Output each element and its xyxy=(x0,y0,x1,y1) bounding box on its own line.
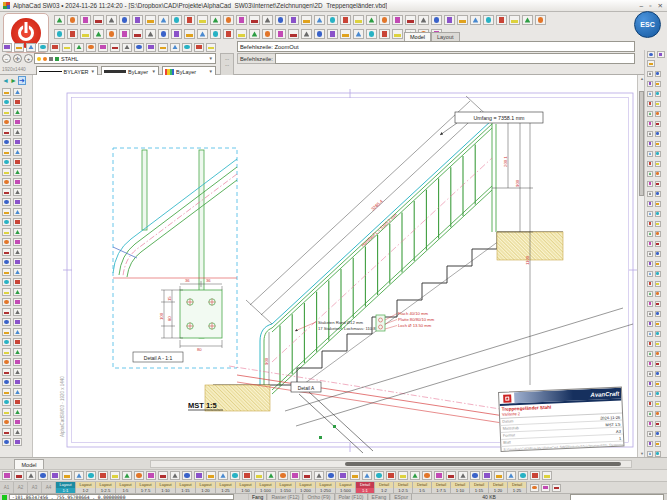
layout-scale-button[interactable]: Layout1:7.5 xyxy=(136,482,156,493)
layout-scale-button[interactable]: Layout1:5 xyxy=(116,482,136,493)
tool-icon[interactable] xyxy=(106,15,117,25)
tool-icon[interactable] xyxy=(494,471,504,480)
tool-icon[interactable] xyxy=(541,484,550,492)
tool-icon[interactable] xyxy=(158,29,169,39)
status-toggle-raster[interactable]: Raster (F12) xyxy=(267,494,303,500)
command-history[interactable]: Befehlszeile: ZoomOut xyxy=(237,41,635,52)
tool-icon[interactable] xyxy=(446,471,456,480)
tool-icon[interactable] xyxy=(405,15,416,25)
tool-icon[interactable] xyxy=(98,43,108,52)
detail-scale-button[interactable]: Detail1:2.5 xyxy=(394,482,413,493)
tool-icon[interactable] xyxy=(266,471,276,480)
tool-icon[interactable] xyxy=(288,15,299,25)
tool-icon[interactable] xyxy=(542,471,552,480)
tool-icon[interactable] xyxy=(647,211,653,217)
detail-scale-button[interactable]: Detail1:5 xyxy=(413,482,432,493)
tool-icon[interactable] xyxy=(218,471,228,480)
tool-icon[interactable] xyxy=(132,29,143,39)
tool-icon[interactable] xyxy=(110,43,120,52)
tool-icon[interactable] xyxy=(13,238,22,246)
tool-icon[interactable] xyxy=(655,101,661,107)
tool-icon[interactable] xyxy=(13,388,22,396)
tool-icon[interactable] xyxy=(13,148,22,156)
tool-icon[interactable] xyxy=(657,51,665,58)
tool-icon[interactable] xyxy=(655,291,661,297)
tool-icon[interactable] xyxy=(119,15,130,25)
tool-icon[interactable] xyxy=(340,29,351,39)
tool-icon[interactable] xyxy=(262,29,273,39)
tool-icon[interactable] xyxy=(647,391,653,397)
tool-icon[interactable] xyxy=(13,248,22,256)
tool-icon[interactable] xyxy=(647,381,653,387)
tool-icon[interactable] xyxy=(314,29,325,39)
tool-icon[interactable] xyxy=(366,15,377,25)
detail-scale-button[interactable]: Detail1:10 xyxy=(451,482,470,493)
tool-icon[interactable] xyxy=(444,15,455,25)
layer-combo[interactable]: STAHL ▼ xyxy=(34,53,216,64)
tool-icon[interactable] xyxy=(182,43,192,52)
tool-icon[interactable] xyxy=(14,43,24,52)
layout-scale-button[interactable]: Layout1:250 xyxy=(316,482,336,493)
tool-icon[interactable] xyxy=(647,301,653,307)
tool-icon[interactable] xyxy=(2,108,11,116)
tool-icon[interactable] xyxy=(483,15,494,25)
tool-icon[interactable] xyxy=(145,15,156,25)
layout-scale-button[interactable]: Layout1:20 xyxy=(196,482,216,493)
tool-icon[interactable] xyxy=(62,471,72,480)
tool-icon[interactable] xyxy=(655,241,661,247)
tool-icon[interactable] xyxy=(134,471,144,480)
tool-icon[interactable] xyxy=(230,471,240,480)
tool-icon[interactable] xyxy=(647,291,653,297)
tool-icon[interactable] xyxy=(647,451,653,457)
tool-icon[interactable] xyxy=(249,15,260,25)
tool-icon[interactable] xyxy=(338,471,348,480)
tool-icon[interactable] xyxy=(2,298,11,306)
tool-icon[interactable] xyxy=(655,411,661,417)
tool-icon[interactable] xyxy=(655,81,661,87)
tool-icon[interactable] xyxy=(170,471,180,480)
esc-button[interactable]: ESC xyxy=(634,11,661,38)
tool-icon[interactable] xyxy=(655,151,661,157)
tool-icon[interactable] xyxy=(278,471,288,480)
layout-scale-button[interactable]: Layout1:100 xyxy=(256,482,276,493)
tool-icon[interactable] xyxy=(301,29,312,39)
tool-icon[interactable] xyxy=(552,484,561,492)
tool-icon[interactable] xyxy=(518,471,528,480)
tool-icon[interactable] xyxy=(655,111,661,117)
tool-icon[interactable] xyxy=(327,29,338,39)
tool-icon[interactable] xyxy=(2,418,11,426)
tool-icon[interactable] xyxy=(2,228,11,236)
tool-icon[interactable] xyxy=(530,484,539,492)
layout-scale-button[interactable]: Layout1:50 xyxy=(236,482,256,493)
tool-icon[interactable] xyxy=(110,471,120,480)
tool-icon[interactable] xyxy=(647,131,653,137)
tool-icon[interactable] xyxy=(2,258,11,266)
tool-icon[interactable] xyxy=(457,15,468,25)
tool-icon[interactable] xyxy=(119,29,130,39)
tool-icon[interactable] xyxy=(13,208,22,216)
tool-icon[interactable] xyxy=(647,371,653,377)
tool-icon[interactable] xyxy=(67,29,78,39)
layout-scale-button[interactable]: Layout1:10 xyxy=(156,482,176,493)
tool-icon[interactable] xyxy=(13,268,22,276)
tool-icon[interactable] xyxy=(2,208,11,216)
tool-icon[interactable] xyxy=(13,178,22,186)
tool-icon[interactable] xyxy=(496,15,507,25)
tool-icon[interactable] xyxy=(62,43,72,52)
tool-icon[interactable] xyxy=(655,261,661,267)
tool-icon[interactable] xyxy=(86,471,96,480)
tool-icon[interactable] xyxy=(647,441,653,447)
tool-icon[interactable] xyxy=(350,471,360,480)
detail-scale-button[interactable]: Detail1:25 xyxy=(508,482,527,493)
layout-scale-button[interactable]: Layout1:15 xyxy=(176,482,196,493)
tool-icon[interactable] xyxy=(146,43,156,52)
tool-icon[interactable] xyxy=(13,408,22,416)
tool-icon[interactable] xyxy=(655,231,661,237)
tool-icon[interactable] xyxy=(80,15,91,25)
tool-icon[interactable] xyxy=(647,251,653,257)
tool-icon[interactable] xyxy=(106,29,117,39)
tool-icon[interactable] xyxy=(13,198,22,206)
tool-icon[interactable] xyxy=(434,471,444,480)
zoom-out-icon[interactable]: − xyxy=(2,54,11,63)
tool-icon[interactable] xyxy=(13,378,22,386)
